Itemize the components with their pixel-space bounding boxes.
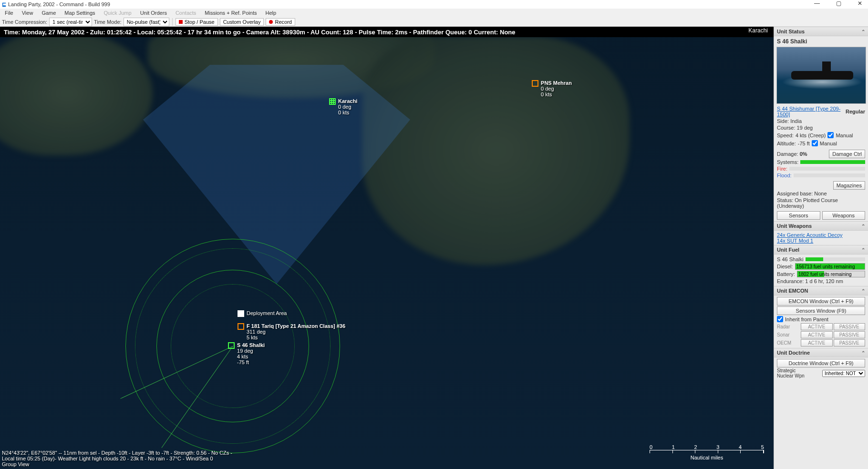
sonar-passive-button[interactable]: PASSIVE: [834, 331, 866, 338]
record-button[interactable]: Record: [266, 18, 295, 26]
title-bar: ⊑ Landing Party, 2002 - Command - Build …: [0, 0, 868, 9]
menu-game[interactable]: Game: [39, 10, 59, 16]
minimize-button[interactable]: —: [810, 0, 824, 7]
map-info-overlay: N24°43'22", E67°02'58" -- 11nm from sel …: [2, 450, 232, 467]
window-controls: — ▢ ✕: [810, 0, 866, 7]
radar-passive-button[interactable]: PASSIVE: [834, 323, 866, 330]
menu-unit-orders[interactable]: Unit Orders: [137, 10, 170, 16]
map-view[interactable]: Time: Monday, 27 May 2002 - Zulu: 01:25:…: [0, 27, 774, 469]
tool-bar: Time Compression: 1 sec (real-time) Time…: [0, 17, 868, 27]
systems-bar: [800, 160, 865, 164]
unit-status-header[interactable]: Unit Status ⌃: [774, 27, 868, 36]
flood-bar: [794, 173, 865, 177]
submarine-icon: [228, 342, 235, 349]
time-mode-label: Time Mode:: [94, 19, 122, 25]
base-icon: [329, 98, 336, 105]
menu-contacts: Contacts: [173, 10, 199, 16]
speed-manual-checkbox[interactable]: [827, 132, 834, 138]
group-view-label: Group View: [2, 461, 232, 467]
collapse-icon[interactable]: ⌃: [861, 29, 865, 34]
weather-readout: Local time 05:25 (Day)- Weather Light hi…: [2, 456, 232, 461]
close-button[interactable]: ✕: [854, 0, 866, 7]
maximize-button[interactable]: ▢: [832, 0, 845, 7]
unit-mehran[interactable]: PNS Mehran 0 deg 0 kts: [532, 80, 572, 97]
record-icon: [269, 20, 273, 24]
scale-bar: 0 1 2 3 4 5 Nautical miles: [650, 444, 764, 460]
toolbar-separator: [172, 18, 173, 26]
fuel-overall-bar: [806, 257, 865, 261]
sensors-button[interactable]: Sensors: [777, 211, 820, 220]
diesel-bar: 156713 fuel units remaining: [795, 263, 865, 270]
menu-file[interactable]: File: [2, 10, 16, 16]
menu-help[interactable]: Help: [262, 10, 279, 16]
sensors-window-button[interactable]: Sensors Window (F9): [777, 306, 865, 315]
reference-point-icon: [238, 310, 244, 317]
unit-doctrine-header[interactable]: Unit Doctrine ⌃: [774, 348, 868, 357]
unit-shalki-selected[interactable]: S 46 Shalki 19 deg 4 kts -75 ft: [228, 342, 265, 365]
status-bar: Time: Monday, 27 May 2002 - Zulu: 01:25:…: [0, 27, 774, 37]
unit-label: F 181 Tariq [Type 21 Amazon Class] #36 3…: [247, 323, 345, 340]
collapse-icon[interactable]: ⌃: [861, 247, 865, 253]
main-area: Time: Monday, 27 May 2002 - Zulu: 01:25:…: [0, 27, 868, 469]
magazines-button[interactable]: Magazines: [833, 181, 865, 190]
window-title: Landing Party, 2002 - Command - Build 99…: [8, 1, 110, 7]
selected-unit-name: S 46 Shalki: [774, 36, 868, 47]
battery-bar: 1802 fuel units remaining: [797, 271, 865, 277]
fire-bar: [789, 167, 865, 171]
app-icon: ⊑: [2, 1, 6, 8]
time-mode-select[interactable]: No-pulse (fast): [124, 18, 169, 26]
time-compression-select[interactable]: 1 sec (real-time): [49, 18, 92, 26]
unit-karachi[interactable]: Karachi 0 deg 0 kts: [329, 98, 357, 115]
custom-overlay-button[interactable]: Custom Overlay: [220, 18, 264, 26]
menu-map-settings[interactable]: Map Settings: [62, 10, 98, 16]
collapse-icon[interactable]: ⌃: [861, 288, 865, 294]
unit-class-link[interactable]: S 44 Shishumar [Type 209-1500]: [777, 106, 846, 117]
radar-active-button[interactable]: ACTIVE: [801, 323, 833, 330]
status-text: Time: Monday, 27 May 2002 - Zulu: 01:25:…: [4, 29, 516, 36]
menu-missions[interactable]: Missions + Ref. Points: [202, 10, 259, 16]
unit-label: Deployment Area: [247, 310, 287, 316]
collapse-icon[interactable]: ⌃: [861, 224, 865, 229]
unit-emcon-header[interactable]: Unit EMCON ⌃: [774, 286, 868, 296]
coord-readout: N24°43'22", E67°02'58" -- 11nm from sel …: [2, 450, 232, 456]
oecm-active-button[interactable]: ACTIVE: [801, 339, 833, 347]
sonar-active-button[interactable]: ACTIVE: [801, 331, 833, 338]
scale-label: Nautical miles: [650, 455, 764, 460]
unit-deployment-area[interactable]: Deployment Area: [238, 310, 287, 317]
oecm-passive-button[interactable]: PASSIVE: [834, 339, 866, 347]
doctrine-nuclear-select[interactable]: Inherited: NOT GR: [822, 370, 865, 377]
surface-contact-icon: [238, 323, 244, 330]
unit-label: S 46 Shalki 19 deg 4 kts -75 ft: [237, 342, 265, 365]
inherit-parent-checkbox[interactable]: [777, 316, 783, 322]
collapse-icon[interactable]: ⌃: [861, 350, 865, 356]
unit-image: [776, 47, 866, 104]
land-mass: [0, 31, 153, 155]
emcon-window-button[interactable]: EMCON Window (Ctrl + F9): [777, 297, 865, 306]
menu-bar: File View Game Map Settings Quick Jump U…: [0, 9, 868, 17]
airbase-icon: [532, 80, 538, 87]
damage-ctrl-button[interactable]: Damage Ctrl: [829, 150, 865, 158]
doctrine-window-button[interactable]: Doctrine Window (Ctrl + F9): [777, 359, 865, 367]
menu-view[interactable]: View: [19, 10, 36, 16]
weapon-link[interactable]: 24x Generic Acoustic Decoy: [777, 232, 843, 238]
land-mass: [362, 36, 630, 265]
time-compression-label: Time Compression:: [2, 19, 47, 25]
proficiency-label: Regular: [846, 109, 865, 114]
stop-icon: [179, 20, 183, 24]
stop-pause-button[interactable]: Stop / Pause: [176, 18, 218, 26]
unit-tariq[interactable]: F 181 Tariq [Type 21 Amazon Class] #36 3…: [238, 323, 345, 340]
region-label: Karachi: [748, 27, 768, 34]
menu-quick-jump: Quick Jump: [101, 10, 134, 16]
weapon-link[interactable]: 14x SUT Mod 1: [777, 238, 813, 244]
unit-weapons-header[interactable]: Unit Weapons ⌃: [774, 221, 868, 231]
altitude-manual-checkbox[interactable]: [812, 140, 818, 146]
unit-label: Karachi 0 deg 0 kts: [338, 98, 357, 115]
unit-label: PNS Mehran 0 deg 0 kts: [541, 80, 572, 97]
weapons-button[interactable]: Weapons: [822, 211, 866, 220]
unit-fuel-header[interactable]: Unit Fuel ⌃: [774, 245, 868, 255]
right-panel: Unit Status ⌃ S 46 Shalki S 44 Shishumar…: [774, 27, 868, 469]
